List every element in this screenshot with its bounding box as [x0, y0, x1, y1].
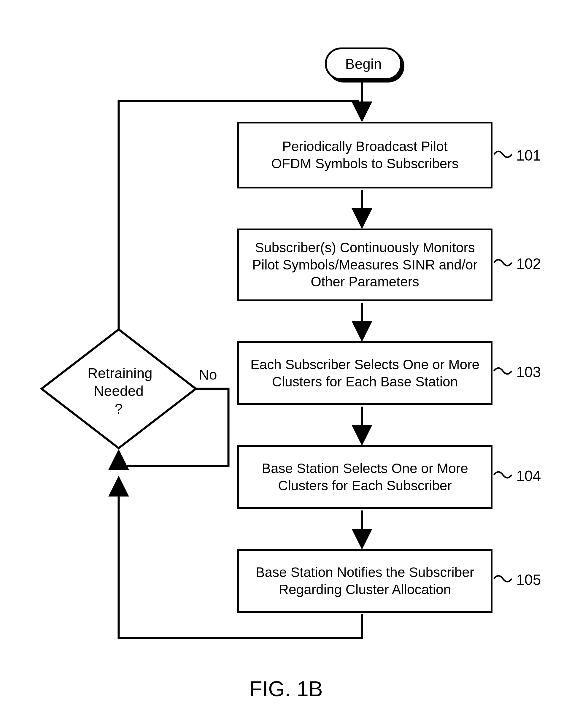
step-104-text: Base Station Selects One or More Cluster… [262, 460, 468, 494]
step-102-text: Subscriber(s) Continuously Monitors Pilo… [252, 239, 477, 290]
ref-101: 101 [516, 147, 541, 164]
flowchart-figure: Begin Periodically Broadcast Pilot OFDM … [0, 0, 572, 728]
step-105-text: Base Station Notifies the Subscriber Reg… [256, 564, 474, 598]
ref-103: 103 [516, 363, 541, 381]
step-105: Base Station Notifies the Subscriber Reg… [237, 549, 493, 613]
begin-label: Begin [345, 56, 382, 72]
step-103-text: Each Subscriber Selects One or More Clus… [251, 356, 480, 390]
ref-104: 104 [516, 467, 541, 485]
begin-terminator: Begin [325, 48, 402, 80]
step-104: Base Station Selects One or More Cluster… [237, 445, 493, 509]
decision-line3: ? [87, 401, 150, 417]
step-101: Periodically Broadcast Pilot OFDM Symbol… [237, 122, 493, 189]
decision-line1: Retraining [87, 365, 150, 381]
step-101-text: Periodically Broadcast Pilot OFDM Symbol… [271, 138, 458, 172]
step-102: Subscriber(s) Continuously Monitors Pilo… [237, 228, 493, 301]
ref-105: 105 [516, 571, 541, 589]
decision-line2: Needed [87, 383, 150, 399]
figure-caption: FIG. 1B [0, 677, 572, 701]
decision-no-label: No [199, 367, 217, 383]
ref-102: 102 [516, 255, 541, 272]
step-103: Each Subscriber Selects One or More Clus… [237, 341, 493, 405]
